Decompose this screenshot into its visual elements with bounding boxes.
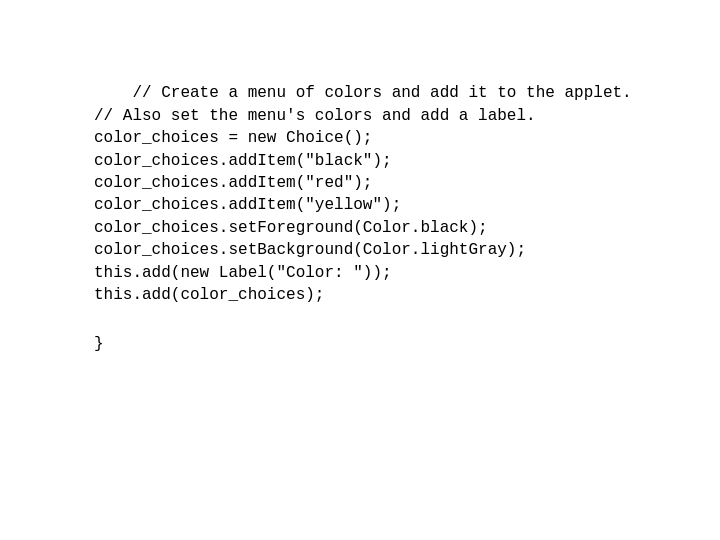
code-line-7: color_choices.setForeground(Color.black)…: [94, 219, 488, 237]
code-line-3: color_choices = new Choice();: [94, 129, 372, 147]
code-line-2: // Also set the menu's colors and add a …: [94, 107, 536, 125]
code-line-4: color_choices.addItem("black");: [94, 152, 392, 170]
code-line-9: this.add(new Label("Color: "));: [94, 264, 392, 282]
closing-brace: }: [94, 335, 104, 353]
code-block: // Create a menu of colors and add it to…: [94, 60, 720, 329]
code-line-1: // Create a menu of colors and add it to…: [132, 84, 631, 102]
code-container: // Create a menu of colors and add it to…: [0, 0, 720, 355]
closing-brace-container: }: [94, 333, 720, 355]
code-line-8: color_choices.setBackground(Color.lightG…: [94, 241, 526, 259]
code-line-10: this.add(color_choices);: [94, 286, 324, 304]
code-line-5: color_choices.addItem("red");: [94, 174, 372, 192]
code-line-6: color_choices.addItem("yellow");: [94, 196, 401, 214]
